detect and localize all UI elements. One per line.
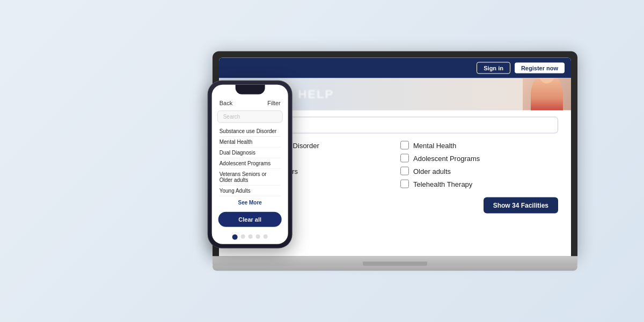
register-button[interactable]: Register now [515,63,565,74]
hero-right-photo [523,78,571,111]
checkbox-box-adolescent[interactable] [400,154,409,163]
checkbox-telehealth[interactable]: Telehealth Therapy [400,180,558,188]
phone-list: Substance use Disorder Mental Health Dua… [212,126,288,196]
show-facilities-button[interactable]: Show 34 Facilities [484,197,558,213]
phone-pagination-dots [212,232,288,244]
phone-device: Back Filter Search Substance use Disorde… [208,80,292,248]
phone-search-input[interactable]: Search [217,111,283,123]
signin-button[interactable]: Sign in [477,62,510,74]
checkbox-label-telehealth: Telehealth Therapy [413,180,472,188]
checkbox-label-adolescent: Adolescent Programs [413,154,480,162]
checkbox-label-mental: Mental Health [413,141,456,149]
phone-back-button[interactable]: Back [219,100,232,106]
phone-filter-label: Filter [267,100,280,106]
checkbox-mental[interactable]: Mental Health [400,141,558,150]
list-item[interactable]: Adolescent Programs [219,158,281,169]
checkbox-box-telehealth[interactable] [400,180,409,188]
checkbox-box-mental[interactable] [400,141,409,150]
dot-3[interactable] [248,235,253,239]
phone-header: Back Filter [212,97,288,108]
hero-person-image [531,78,563,111]
list-item[interactable]: Young Adults [219,186,281,196]
checkbox-label-older: Older adults [413,167,451,175]
list-item[interactable]: Veterans Seniors or Older adults [219,169,281,186]
dot-5[interactable] [264,235,268,239]
see-more-button[interactable]: See More [212,196,288,210]
laptop-navbar: Sign in Register now [219,58,571,78]
dot-2[interactable] [241,235,245,239]
dot-active[interactable] [232,235,238,240]
phone-notch [235,85,265,94]
scene: Sign in Register now FIND HELP ⛶ [0,0,644,322]
phone-clear-button[interactable]: Clear all [218,212,282,227]
laptop-base [213,257,577,266]
laptop-footer [213,266,577,271]
list-item[interactable]: Mental Health [219,137,281,148]
list-item[interactable]: Dual Diagnosis [219,148,281,158]
checkbox-box-older[interactable] [400,167,409,175]
phone-screen: Back Filter Search Substance use Disorde… [212,94,288,244]
checkbox-older[interactable]: Older adults [400,167,558,175]
dot-4[interactable] [256,235,260,239]
checkbox-adolescent[interactable]: Adolescent Programs [400,154,558,163]
list-item[interactable]: Substance use Disorder [219,126,281,137]
